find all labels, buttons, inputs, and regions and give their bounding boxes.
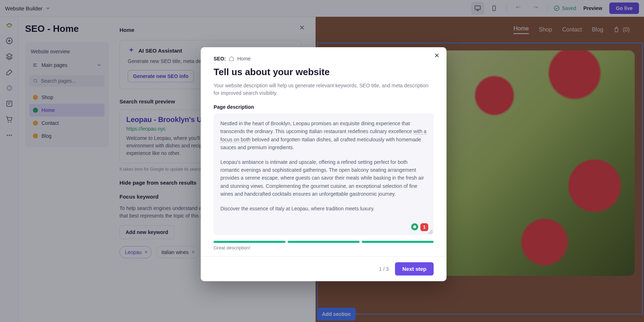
page-description-label: Page description — [214, 104, 434, 110]
suggestion-count-badge[interactable]: 1 — [420, 223, 428, 231]
seo-wizard-modal: SEO: Home Tell us about your website You… — [201, 47, 447, 281]
close-icon — [434, 52, 440, 59]
page-description-textarea[interactable]: Nestled in the heart of Brooklyn, Leopau… — [214, 113, 434, 235]
step-indicator: 1 / 3 — [379, 266, 389, 272]
modal-subtitle: Your website description will help us ge… — [214, 82, 434, 97]
description-feedback: Great description! — [214, 245, 434, 250]
next-step-button[interactable]: Next step — [395, 262, 434, 275]
modal-breadcrumb: SEO: Home — [214, 56, 434, 62]
grammarly-icon[interactable] — [411, 223, 418, 230]
modal-title: Tell us about your website — [214, 67, 434, 78]
close-modal-button[interactable] — [434, 52, 440, 59]
home-icon — [229, 56, 234, 62]
description-strength-meter — [214, 241, 434, 243]
resize-handle-icon[interactable] — [428, 230, 433, 234]
